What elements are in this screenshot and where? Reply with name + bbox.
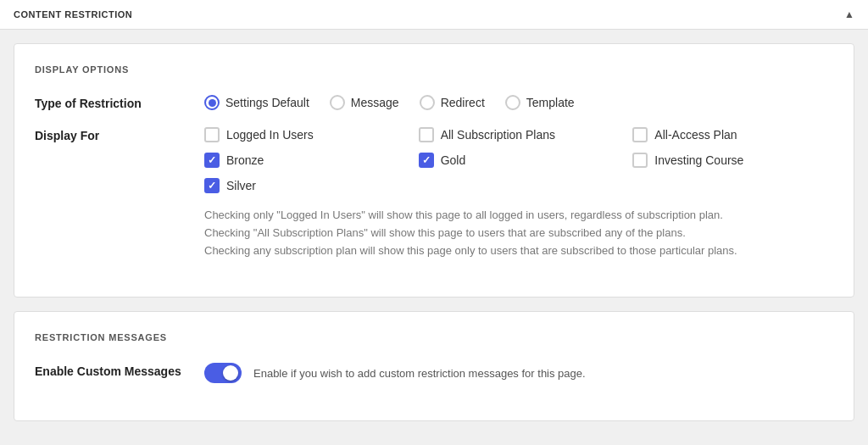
checkbox-label-logged-in-users: Logged In Users [226,128,314,142]
help-line-2: Checking "All Subscription Plans" will s… [204,225,833,242]
enable-custom-messages-row: Enable Custom Messages Enable if you wis… [35,363,833,383]
checkbox-input-all-subscription-plans [419,127,434,142]
page-title: CONTENT RESTRICTION [14,9,132,19]
display-for-row: Display For Logged In Users All Subscrip… [35,127,833,259]
checkbox-investing-course[interactable]: Investing Course [632,153,833,168]
radio-template[interactable]: Template [505,95,575,110]
radio-input-message [330,95,345,110]
display-options-title: DISPLAY OPTIONS [35,64,833,75]
toggle-knob [223,365,238,381]
checkbox-input-silver [204,178,220,193]
checkbox-label-all-access-plan: All-Access Plan [654,128,737,142]
restriction-type-row: Type of Restriction Settings Default Mes… [35,95,833,110]
radio-group: Settings Default Message Redirect [204,95,833,110]
checkbox-grid: Logged In Users All Subscription Plans A… [204,127,833,193]
radio-input-settings-default [204,95,220,110]
checkbox-all-subscription-plans[interactable]: All Subscription Plans [419,127,620,142]
radio-label-redirect: Redirect [441,96,485,109]
checkbox-input-gold [419,153,434,168]
checkbox-all-access-plan[interactable]: All-Access Plan [632,127,833,142]
radio-input-template [505,95,520,110]
checkbox-input-bronze [204,153,220,168]
toggle-description: Enable if you wish to add custom restric… [253,367,586,380]
checkbox-input-logged-in-users [204,127,220,142]
top-header: CONTENT RESTRICTION ▲ [0,0,868,30]
checkbox-silver[interactable]: Silver [204,178,405,193]
help-line-3: Checking any subscription plan will show… [204,242,833,260]
help-line-1: Checking only "Logged In Users" will sho… [204,207,833,225]
checkbox-label-gold: Gold [441,153,466,167]
checkbox-logged-in-users[interactable]: Logged In Users [204,127,405,142]
main-content: DISPLAY OPTIONS Type of Restriction Sett… [0,30,868,435]
help-text: Checking only "Logged In Users" will sho… [204,207,833,259]
page-wrapper: CONTENT RESTRICTION ▲ DISPLAY OPTIONS Ty… [0,0,868,445]
radio-settings-default[interactable]: Settings Default [204,95,309,110]
toggle-row: Enable if you wish to add custom restric… [204,363,833,383]
radio-label-settings-default: Settings Default [225,96,309,109]
restriction-messages-panel: RESTRICTION MESSAGES Enable Custom Messa… [14,311,854,421]
checkbox-label-investing-course: Investing Course [654,153,743,167]
restriction-type-controls: Settings Default Message Redirect [204,95,833,110]
radio-label-message: Message [351,96,399,109]
enable-custom-messages-controls: Enable if you wish to add custom restric… [204,363,833,383]
restriction-type-label: Type of Restriction [35,95,204,110]
display-for-controls: Logged In Users All Subscription Plans A… [204,127,833,259]
checkbox-label-all-subscription-plans: All Subscription Plans [441,128,555,142]
enable-custom-messages-toggle[interactable] [204,363,242,383]
display-for-label: Display For [35,127,204,142]
display-options-panel: DISPLAY OPTIONS Type of Restriction Sett… [14,43,854,298]
radio-message[interactable]: Message [330,95,399,110]
radio-label-template: Template [526,96,575,109]
collapse-icon[interactable]: ▲ [844,8,854,20]
checkbox-input-all-access-plan [632,127,648,142]
checkbox-label-silver: Silver [226,179,256,192]
checkbox-bronze[interactable]: Bronze [204,153,405,168]
radio-input-redirect [420,95,435,110]
radio-redirect[interactable]: Redirect [420,95,485,110]
enable-custom-messages-label: Enable Custom Messages [35,363,204,378]
checkbox-input-investing-course [632,153,648,168]
checkbox-gold[interactable]: Gold [419,153,620,168]
restriction-messages-title: RESTRICTION MESSAGES [35,332,833,342]
checkbox-label-bronze: Bronze [226,153,264,167]
